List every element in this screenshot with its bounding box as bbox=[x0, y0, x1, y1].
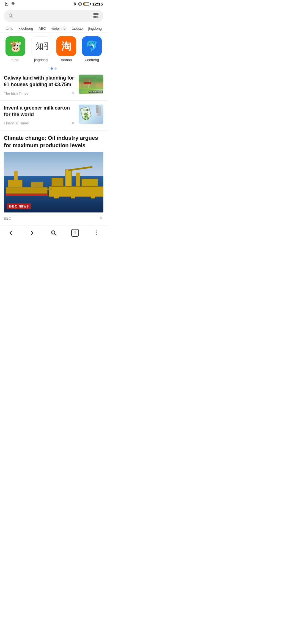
vibrate-icon bbox=[78, 2, 82, 6]
app-icon-xiecheng[interactable]: 🐬 xiecheng bbox=[81, 36, 103, 62]
dot-2 bbox=[54, 67, 57, 70]
tabs-button[interactable]: 1 bbox=[68, 227, 82, 238]
app-icons-row: 🐮 tuniu 知乎 jingdong 淘 taobao � bbox=[3, 36, 105, 62]
jingdong-label: jingdong bbox=[34, 58, 48, 62]
quick-link-abc[interactable]: ABC bbox=[37, 26, 47, 31]
quick-link-tuniu[interactable]: tuniu bbox=[4, 26, 14, 31]
close-btn-bbc[interactable]: ✕ bbox=[99, 215, 103, 222]
menu-button[interactable] bbox=[90, 227, 103, 238]
jingdong-icon-bg: 知乎 bbox=[31, 36, 51, 56]
tabs-count-badge: 1 bbox=[71, 229, 79, 237]
status-right-icons: 12:15 bbox=[73, 2, 103, 6]
bbc-logo-text: BBC bbox=[9, 204, 18, 208]
svg-rect-13 bbox=[97, 14, 98, 15]
news-feed: Galway land with planning for 61 houses … bbox=[0, 71, 107, 225]
clock-time: 12:15 bbox=[92, 2, 103, 6]
news-title-1: Galway land with planning for 61 houses … bbox=[4, 75, 75, 88]
tuniu-icon-bg: 🐮 bbox=[6, 36, 25, 56]
taobao-label: taobao bbox=[61, 58, 72, 62]
svg-rect-14 bbox=[94, 17, 95, 17]
news-item-irish-times[interactable]: Galway land with planning for 61 houses … bbox=[0, 71, 107, 101]
news-thumbnail-2: milk 🌿 ♻️ bbox=[79, 105, 103, 124]
svg-text:知乎: 知乎 bbox=[35, 42, 48, 51]
search-icon bbox=[8, 13, 13, 19]
news-title-2: Invent a greener milk carton for the wor… bbox=[4, 105, 75, 118]
search-bar-container bbox=[0, 8, 107, 24]
news-source-1: The Irish Times bbox=[4, 91, 28, 95]
qr-code-icon[interactable] bbox=[93, 12, 99, 20]
svg-line-8 bbox=[12, 16, 13, 17]
status-left-icons bbox=[4, 2, 15, 6]
quick-link-weipinhui[interactable]: weipinhui bbox=[50, 26, 67, 31]
quick-link-taobao[interactable]: taobao bbox=[71, 26, 84, 31]
svg-line-23 bbox=[54, 234, 56, 235]
xiecheng-label: xiecheng bbox=[85, 58, 99, 62]
bbc-badge: BBC NEWS bbox=[7, 203, 31, 209]
svg-point-24 bbox=[96, 230, 97, 231]
news-source-row-1: The Irish Times ✕ bbox=[4, 90, 75, 97]
svg-rect-2 bbox=[79, 2, 81, 6]
news-item-bbc[interactable]: Climate change: Oil industry argues for … bbox=[0, 130, 107, 225]
status-bar: 12:15 bbox=[0, 0, 107, 8]
app-icon-taobao[interactable]: 淘 taobao bbox=[55, 36, 77, 62]
close-btn-2[interactable]: ✕ bbox=[71, 120, 75, 126]
pagination-dots bbox=[0, 65, 107, 71]
news-big-image: BBC NEWS bbox=[4, 152, 103, 212]
zhihu-logo-icon: 知乎 bbox=[34, 40, 48, 53]
forward-button[interactable] bbox=[26, 227, 39, 238]
sim-icon bbox=[4, 2, 9, 6]
svg-point-26 bbox=[96, 234, 97, 235]
bluetooth-icon bbox=[73, 2, 77, 6]
app-icon-jingdong[interactable]: 知乎 jingdong bbox=[30, 36, 52, 62]
close-btn-1[interactable]: ✕ bbox=[71, 90, 75, 97]
news-source-bbc: BBC bbox=[4, 216, 11, 220]
news-source-row-big: BBC ✕ bbox=[4, 212, 103, 225]
app-icons-section: 🐮 tuniu 知乎 jingdong 淘 taobao � bbox=[0, 32, 107, 65]
tuniu-label: tuniu bbox=[12, 58, 19, 62]
news-source-2: Financial Times bbox=[4, 121, 29, 125]
battery-icon bbox=[83, 2, 91, 6]
news-source-row-2: Financial Times ✕ bbox=[4, 120, 75, 126]
news-title-big: Climate change: Oil industry argues for … bbox=[4, 134, 103, 149]
svg-rect-1 bbox=[6, 3, 7, 4]
taobao-icon-bg: 淘 bbox=[56, 36, 76, 56]
tabs-count: 1 bbox=[74, 231, 76, 235]
oil-rig-scene: BBC NEWS bbox=[4, 152, 103, 212]
quick-link-xiecheng[interactable]: xiecheng bbox=[18, 26, 34, 31]
svg-point-25 bbox=[96, 232, 97, 233]
xiecheng-icon-bg: 🐬 bbox=[82, 36, 102, 56]
back-button[interactable] bbox=[4, 227, 17, 238]
wifi-icon bbox=[10, 2, 15, 6]
news-item-ft[interactable]: Invent a greener milk carton for the wor… bbox=[0, 101, 107, 131]
quick-links-row: tuniu xiecheng ABC weipinhui taobao jing… bbox=[0, 24, 107, 32]
search-button[interactable] bbox=[47, 227, 60, 238]
news-content-2: Invent a greener milk carton for the wor… bbox=[4, 105, 75, 127]
dot-1 bbox=[51, 67, 53, 70]
bottom-nav: 1 bbox=[0, 225, 107, 242]
search-bar[interactable] bbox=[4, 10, 103, 22]
app-icon-tuniu[interactable]: 🐮 tuniu bbox=[4, 36, 26, 62]
svg-rect-12 bbox=[94, 14, 95, 15]
news-content-1: Galway land with planning for 61 houses … bbox=[4, 75, 75, 97]
bbc-news-label: NEWS bbox=[19, 205, 29, 208]
quick-link-jingdong[interactable]: jingdong bbox=[87, 26, 103, 31]
news-thumbnail-1: THE IRISH TIMES bbox=[79, 75, 103, 94]
